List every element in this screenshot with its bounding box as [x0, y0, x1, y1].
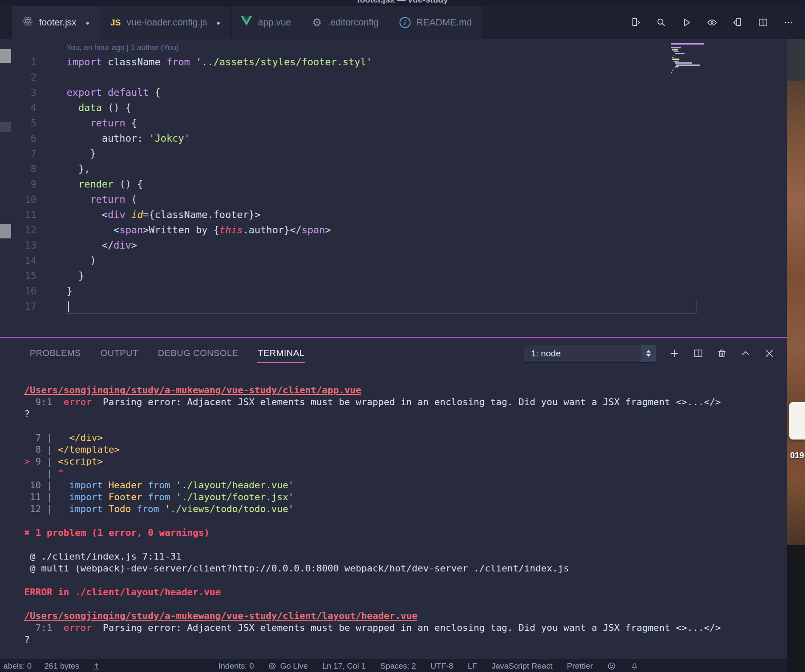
modified-dot-icon[interactable]: ●: [86, 19, 89, 26]
code-line[interactable]: 5 return {: [0, 115, 787, 131]
maximize-panel-icon[interactable]: [740, 348, 751, 359]
status-cursor-position[interactable]: Ln 17, Col 1: [322, 661, 366, 671]
tab-readme[interactable]: i README.md: [389, 6, 483, 39]
desktop-shadow: [787, 545, 805, 672]
status-bytes[interactable]: 261 bytes: [45, 661, 79, 671]
tab-label: vue-loader.config.js: [127, 17, 207, 28]
code-line[interactable]: 12 <span>Written by {this.author}</span>: [0, 222, 787, 238]
kill-terminal-icon[interactable]: [716, 348, 727, 359]
code-line[interactable]: 2: [0, 70, 787, 85]
file-link[interactable]: /Users/songjinqing/study/a-mukewang/vue-…: [24, 610, 417, 621]
panel-header: PROBLEMS OUTPUT DEBUG CONSOLE TERMINAL 1…: [0, 338, 787, 369]
code-lines: 1import className from '../assets/styles…: [0, 54, 787, 314]
status-labels[interactable]: abels: 0: [3, 661, 32, 671]
panel-tab-terminal[interactable]: TERMINAL: [257, 344, 305, 363]
compare-changes-icon[interactable]: [732, 17, 743, 28]
editor-tab-bar: footer.jsx ● JS vue-loader.config.js ● a…: [0, 6, 805, 39]
modified-dot-icon[interactable]: ●: [216, 19, 220, 26]
status-indents[interactable]: Indents: 0: [218, 661, 254, 671]
code-editor[interactable]: You, an hour ago | 1 author (You) 1impor…: [0, 39, 787, 337]
code-text: }: [67, 268, 84, 283]
tab-vue-loader-config[interactable]: JS vue-loader.config.js ●: [100, 6, 231, 39]
terminal-line: ?: [24, 634, 787, 646]
code-line[interactable]: 3export default {: [0, 85, 787, 100]
status-bar-left: abels: 0 261 bytes: [3, 661, 101, 671]
tab-label: app.vue: [258, 17, 291, 28]
feedback-smiley-icon[interactable]: [607, 662, 616, 670]
status-go-live[interactable]: Go Live: [268, 661, 307, 671]
upload-icon[interactable]: [92, 662, 101, 670]
code-line[interactable]: 7 }: [0, 146, 787, 161]
terminal-output[interactable]: /Users/songjinqing/study/a-mukewang/vue-…: [0, 369, 787, 672]
info-icon: i: [400, 17, 411, 28]
notifications-bell-icon[interactable]: [630, 662, 639, 670]
run-file-icon[interactable]: [681, 17, 692, 28]
status-indentation[interactable]: Spaces: 2: [380, 661, 416, 671]
code-text: <div id={className.footer}>: [67, 207, 260, 222]
status-language-mode[interactable]: JavaScript React: [492, 661, 553, 671]
line-number[interactable]: 11: [0, 207, 36, 222]
code-line[interactable]: 8 },: [0, 161, 787, 176]
code-line[interactable]: 15 }: [0, 268, 787, 283]
tab-editorconfig[interactable]: ⚙ .editorconfig: [302, 6, 389, 39]
terminal-line: /Users/songjinqing/study/a-mukewang/vue-…: [24, 610, 787, 622]
split-editor-icon[interactable]: [757, 17, 769, 28]
line-number[interactable]: 6: [0, 131, 36, 146]
line-number[interactable]: 16: [0, 283, 36, 299]
status-formatter[interactable]: Prettier: [567, 661, 593, 671]
open-changes-icon[interactable]: [630, 17, 641, 28]
terminal-line: > 9 | <script>: [24, 456, 787, 468]
terminal-line: 10 | import Header from './layout/header…: [24, 479, 787, 491]
code-text: return {: [67, 115, 137, 131]
line-number[interactable]: 4: [0, 100, 36, 115]
close-panel-icon[interactable]: [764, 348, 775, 359]
tab-footer-jsx[interactable]: footer.jsx ●: [12, 6, 100, 39]
vscode-window: footer.jsx — vue-study footer.jsx ● JS v…: [0, 0, 805, 672]
code-line[interactable]: 9 render () {: [0, 176, 787, 192]
line-number[interactable]: 8: [0, 161, 36, 176]
code-line[interactable]: 6 author: 'Jokcy': [0, 131, 787, 146]
panel-tab-debug-console[interactable]: DEBUG CONSOLE: [157, 344, 239, 363]
background-window-edge: [0, 122, 11, 132]
terminal-line: [24, 598, 787, 610]
background-window-edge: [0, 224, 11, 238]
code-text: }: [67, 283, 73, 299]
tab-app-vue[interactable]: app.vue: [231, 6, 302, 39]
window-title: footer.jsx — vue-study: [0, 0, 805, 5]
code-line[interactable]: 10 return (: [0, 192, 787, 207]
split-terminal-icon[interactable]: [693, 348, 704, 359]
text-cursor: [68, 301, 69, 312]
search-editor-icon[interactable]: [656, 17, 667, 28]
codelens-annotation[interactable]: You, an hour ago | 1 author (You): [0, 39, 787, 54]
line-number[interactable]: 7: [0, 146, 36, 161]
status-encoding[interactable]: UTF-8: [430, 661, 453, 671]
panel-tab-problems[interactable]: PROBLEMS: [29, 344, 82, 363]
code-line[interactable]: 4 data () {: [0, 100, 787, 115]
open-preview-icon[interactable]: [707, 17, 718, 28]
line-number[interactable]: 14: [0, 253, 36, 268]
more-actions-icon[interactable]: [783, 17, 794, 28]
gear-icon: ⚙: [312, 17, 322, 28]
code-line[interactable]: 13 </div>: [0, 238, 787, 253]
file-link[interactable]: /Users/songjinqing/study/a-mukewang/vue-…: [24, 385, 361, 395]
panel-tab-output[interactable]: OUTPUT: [100, 344, 139, 363]
terminal-line: 11 | import Footer from './layout/footer…: [24, 491, 787, 503]
code-line[interactable]: 1import className from '../assets/styles…: [0, 54, 787, 70]
line-number[interactable]: 2: [0, 70, 36, 85]
code-line[interactable]: 17: [0, 299, 787, 314]
line-number[interactable]: 13: [0, 238, 36, 253]
background-window-edge: [0, 49, 11, 63]
line-number[interactable]: 17: [0, 299, 36, 314]
new-terminal-icon[interactable]: [669, 348, 680, 359]
code-line[interactable]: 14 ): [0, 253, 787, 268]
line-number[interactable]: 3: [0, 85, 36, 100]
line-number[interactable]: 10: [0, 192, 36, 207]
terminal-picker[interactable]: 1: node: [524, 344, 656, 363]
code-line[interactable]: 11 <div id={className.footer}>: [0, 207, 787, 222]
window-titlebar[interactable]: footer.jsx — vue-study: [0, 0, 805, 6]
line-number[interactable]: 9: [0, 176, 36, 192]
code-line[interactable]: 16}: [0, 283, 787, 299]
minimap[interactable]: [671, 43, 730, 76]
line-number[interactable]: 15: [0, 268, 36, 283]
status-eol[interactable]: LF: [468, 661, 477, 671]
